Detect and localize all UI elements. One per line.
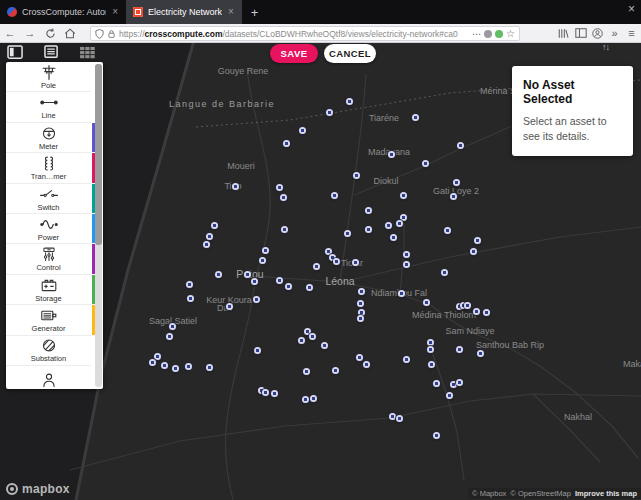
asset-marker[interactable]	[365, 207, 372, 214]
asset-marker[interactable]	[433, 432, 440, 439]
asset-marker[interactable]	[388, 151, 395, 158]
tool-pole[interactable]: Pole	[6, 62, 91, 92]
asset-marker[interactable]	[226, 303, 233, 310]
osm-attribution-link[interactable]: © OpenStreetMap	[510, 489, 571, 498]
url-text[interactable]: https://crosscompute.com/datasets/CLoBDW…	[119, 29, 469, 39]
asset-marker[interactable]	[321, 342, 328, 349]
improve-map-link[interactable]: Improve this map	[575, 489, 637, 498]
tool-substation[interactable]: Substation	[6, 336, 91, 366]
palette-scrollbar[interactable]	[95, 64, 102, 387]
asset-marker[interactable]	[298, 337, 305, 344]
tool-line[interactable]: Line	[6, 92, 91, 122]
asset-marker[interactable]	[400, 192, 407, 199]
asset-marker[interactable]	[215, 271, 222, 278]
asset-marker[interactable]	[344, 230, 351, 237]
asset-marker[interactable]	[427, 339, 434, 346]
asset-marker[interactable]	[206, 364, 213, 371]
asset-marker[interactable]	[326, 109, 333, 116]
extension-icon[interactable]	[495, 30, 503, 38]
asset-marker[interactable]	[412, 114, 419, 121]
asset-marker[interactable]	[357, 300, 364, 307]
asset-marker[interactable]	[276, 277, 283, 284]
back-button[interactable]: ←	[0, 24, 20, 42]
account-icon[interactable]	[590, 28, 605, 39]
asset-marker[interactable]	[310, 395, 317, 402]
list-view-toggle[interactable]	[40, 44, 62, 60]
asset-marker[interactable]	[396, 220, 403, 227]
library-icon[interactable]	[556, 28, 571, 39]
tool-switch[interactable]: Switch	[6, 184, 91, 214]
asset-marker[interactable]	[444, 227, 451, 234]
tracking-shield-icon[interactable]	[95, 29, 104, 39]
asset-marker[interactable]	[309, 333, 316, 340]
asset-marker[interactable]	[271, 390, 278, 397]
asset-marker[interactable]	[470, 248, 477, 255]
tool-generator[interactable]: Generator	[6, 305, 91, 335]
asset-marker[interactable]	[363, 361, 370, 368]
asset-marker[interactable]	[357, 315, 364, 322]
asset-marker[interactable]	[450, 193, 457, 200]
forward-button[interactable]: →	[20, 24, 40, 42]
asset-marker[interactable]	[385, 222, 392, 229]
asset-marker[interactable]	[356, 354, 363, 361]
asset-marker[interactable]	[244, 271, 251, 278]
asset-marker[interactable]	[259, 257, 266, 264]
tab-close-icon[interactable]: ×	[227, 6, 235, 18]
asset-marker[interactable]	[161, 362, 168, 369]
asset-marker[interactable]	[331, 192, 338, 199]
asset-marker[interactable]	[262, 389, 269, 396]
asset-marker[interactable]	[403, 356, 410, 363]
hamburger-menu-icon[interactable]: ≡	[624, 24, 639, 42]
asset-marker[interactable]	[473, 308, 480, 315]
tool-power[interactable]: Power	[6, 214, 91, 244]
asset-marker[interactable]	[358, 288, 365, 295]
asset-marker[interactable]	[285, 283, 292, 290]
asset-marker[interactable]	[281, 226, 288, 233]
asset-marker[interactable]	[313, 263, 320, 270]
asset-marker[interactable]	[254, 347, 261, 354]
tool-control[interactable]: Control	[6, 244, 91, 274]
asset-marker[interactable]	[483, 309, 490, 316]
asset-marker[interactable]	[203, 241, 210, 248]
asset-marker[interactable]	[166, 333, 173, 340]
map-view-toggle[interactable]	[4, 44, 26, 60]
tab-crosscompute[interactable]: CrossCompute: Automat ×	[0, 0, 126, 24]
asset-marker[interactable]	[446, 392, 453, 399]
new-tab-button[interactable]: +	[242, 3, 268, 22]
asset-marker[interactable]	[477, 350, 484, 357]
asset-marker[interactable]	[280, 194, 287, 201]
asset-marker[interactable]	[353, 172, 360, 179]
page-actions-icon[interactable]: ⋯	[472, 29, 481, 39]
asset-marker[interactable]	[276, 184, 283, 191]
asset-marker[interactable]	[433, 380, 440, 387]
palette-scrollbar-thumb[interactable]	[95, 64, 102, 245]
asset-marker[interactable]	[211, 222, 218, 229]
asset-marker[interactable]	[283, 140, 290, 147]
asset-marker[interactable]	[232, 183, 239, 190]
asset-marker[interactable]	[253, 296, 260, 303]
asset-marker[interactable]	[251, 278, 258, 285]
asset-marker[interactable]	[456, 346, 463, 353]
asset-marker[interactable]	[390, 234, 397, 241]
asset-marker[interactable]	[398, 290, 405, 297]
asset-marker[interactable]	[299, 127, 306, 134]
url-bar[interactable]: https://crosscompute.com/datasets/CLoBDW…	[90, 26, 520, 41]
asset-marker[interactable]	[306, 284, 313, 291]
asset-marker[interactable]	[427, 346, 434, 353]
pocket-icon[interactable]	[484, 30, 492, 38]
asset-marker[interactable]	[389, 413, 396, 420]
asset-marker[interactable]	[186, 281, 193, 288]
asset-marker[interactable]	[149, 359, 156, 366]
cancel-button[interactable]: CANCEL	[324, 44, 376, 63]
asset-marker[interactable]	[154, 353, 161, 360]
asset-marker[interactable]	[422, 160, 429, 167]
tool-meter[interactable]: Meter	[6, 123, 91, 153]
home-button[interactable]	[60, 28, 80, 39]
mapbox-logo[interactable]: mapbox	[6, 482, 70, 496]
overflow-menu-icon[interactable]: »	[607, 24, 622, 42]
asset-marker[interactable]	[352, 259, 359, 266]
mapbox-attribution-link[interactable]: © Mapbox	[472, 489, 506, 498]
asset-marker[interactable]	[332, 367, 339, 374]
asset-marker[interactable]	[302, 396, 309, 403]
asset-marker[interactable]	[456, 379, 463, 386]
